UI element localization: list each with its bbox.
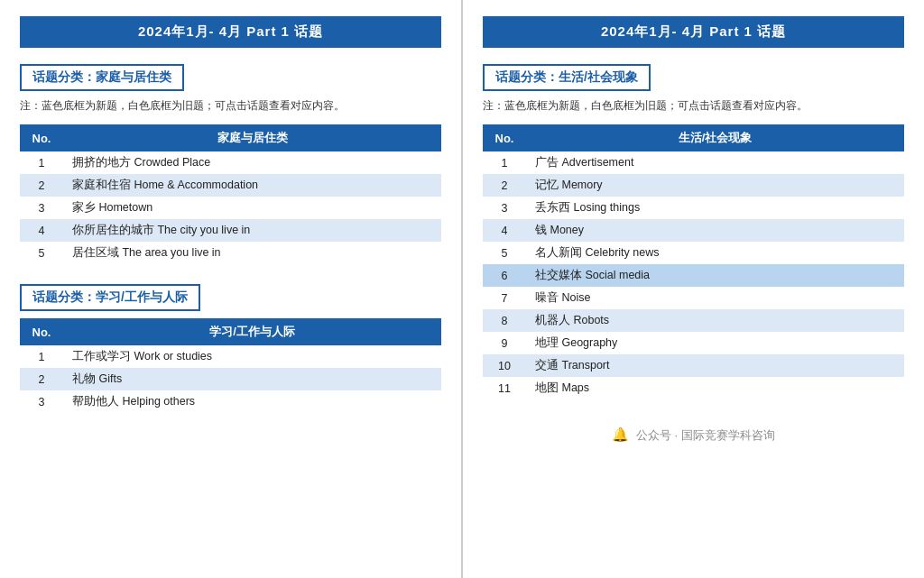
table-row[interactable]: 8机器人 Robots: [483, 309, 904, 332]
table-row[interactable]: 1工作或学习 Work or studies: [20, 345, 441, 368]
table-row[interactable]: 10交通 Transport: [483, 354, 904, 377]
table-row[interactable]: 5名人新闻 Celebrity news: [483, 242, 904, 264]
left-category1-label[interactable]: 话题分类：家庭与居住类: [20, 64, 184, 91]
row-topic[interactable]: 噪音 Noise: [526, 287, 904, 309]
right-table1-col-topic: 生活/社会现象: [526, 124, 904, 151]
left-table2-col-topic: 学习/工作与人际: [63, 318, 441, 345]
table-row[interactable]: 3家乡 Hometown: [20, 197, 441, 219]
table-row[interactable]: 11地图 Maps: [483, 377, 904, 399]
row-topic[interactable]: 机器人 Robots: [526, 309, 904, 332]
row-no: 8: [483, 309, 526, 332]
row-topic[interactable]: 社交媒体 Social media: [526, 264, 904, 287]
row-topic[interactable]: 钱 Money: [526, 219, 904, 242]
right-category1-table: No. 生活/社会现象 1广告 Advertisement2记忆 Memory3…: [483, 124, 904, 399]
right-main-title: 2024年1月- 4月 Part 1 话题: [483, 16, 904, 48]
table-row[interactable]: 1广告 Advertisement: [483, 151, 904, 174]
row-no: 3: [20, 197, 63, 219]
row-topic[interactable]: 记忆 Memory: [526, 174, 904, 197]
table-row[interactable]: 7噪音 Noise: [483, 287, 904, 309]
left-category1-table: No. 家庭与居住类 1拥挤的地方 Crowded Place2家庭和住宿 Ho…: [20, 124, 441, 264]
table-row[interactable]: 4你所居住的城市 The city you live in: [20, 219, 441, 242]
left-panel: 2024年1月- 4月 Part 1 话题 话题分类：家庭与居住类 注：蓝色底框…: [0, 0, 461, 578]
row-topic[interactable]: 广告 Advertisement: [526, 151, 904, 174]
table-row[interactable]: 3丢东西 Losing things: [483, 197, 904, 219]
wechat-icon: 🔔: [612, 427, 629, 442]
left-category2-label[interactable]: 话题分类：学习/工作与人际: [20, 284, 200, 311]
wechat-footer: 🔔 公众号 · 国际竞赛学科咨询: [483, 419, 904, 444]
row-no: 7: [483, 287, 526, 309]
right-category1: 话题分类：生活/社会现象 注：蓝色底框为新题，白色底框为旧题；可点击话题查看对应…: [483, 64, 904, 399]
table-row[interactable]: 6社交媒体 Social media: [483, 264, 904, 287]
row-topic[interactable]: 家乡 Hometown: [63, 197, 441, 219]
table-row[interactable]: 2家庭和住宿 Home & Accommodation: [20, 174, 441, 197]
row-topic[interactable]: 丢东西 Losing things: [526, 197, 904, 219]
row-topic[interactable]: 地图 Maps: [526, 377, 904, 399]
table-row[interactable]: 3帮助他人 Helping others: [20, 390, 441, 413]
page-container: 2024年1月- 4月 Part 1 话题 话题分类：家庭与居住类 注：蓝色底框…: [0, 0, 924, 578]
table-row[interactable]: 2礼物 Gifts: [20, 368, 441, 390]
row-topic[interactable]: 工作或学习 Work or studies: [63, 345, 441, 368]
row-no: 3: [483, 197, 526, 219]
left-table2-col-no: No.: [20, 318, 63, 345]
table-row[interactable]: 9地理 Geography: [483, 332, 904, 354]
left-table1-col-topic: 家庭与居住类: [63, 124, 441, 151]
table-row[interactable]: 4钱 Money: [483, 219, 904, 242]
left-main-title: 2024年1月- 4月 Part 1 话题: [20, 16, 441, 48]
right-table1-col-no: No.: [483, 124, 526, 151]
footer-text: 公众号 · 国际竞赛学科咨询: [636, 428, 775, 442]
row-topic[interactable]: 名人新闻 Celebrity news: [526, 242, 904, 264]
row-no: 3: [20, 390, 63, 413]
row-no: 2: [483, 174, 526, 197]
left-category1-note: 注：蓝色底框为新题，白色底框为旧题；可点击话题查看对应内容。: [20, 98, 441, 114]
row-no: 4: [483, 219, 526, 242]
row-topic[interactable]: 你所居住的城市 The city you live in: [63, 219, 441, 242]
row-no: 9: [483, 332, 526, 354]
row-no: 11: [483, 377, 526, 399]
table-row[interactable]: 5居住区域 The area you live in: [20, 242, 441, 264]
table-row[interactable]: 2记忆 Memory: [483, 174, 904, 197]
row-no: 6: [483, 264, 526, 287]
row-no: 5: [20, 242, 63, 264]
left-category2: 话题分类：学习/工作与人际 No. 学习/工作与人际 1工作或学习 Work o…: [20, 284, 441, 413]
left-category2-table: No. 学习/工作与人际 1工作或学习 Work or studies2礼物 G…: [20, 318, 441, 413]
row-no: 5: [483, 242, 526, 264]
row-topic[interactable]: 拥挤的地方 Crowded Place: [63, 151, 441, 174]
left-table1-col-no: No.: [20, 124, 63, 151]
right-panel: 2024年1月- 4月 Part 1 话题 话题分类：生活/社会现象 注：蓝色底…: [463, 0, 924, 578]
table-row[interactable]: 1拥挤的地方 Crowded Place: [20, 151, 441, 174]
row-no: 1: [20, 345, 63, 368]
row-no: 2: [20, 368, 63, 390]
row-topic[interactable]: 帮助他人 Helping others: [63, 390, 441, 413]
row-no: 1: [20, 151, 63, 174]
row-topic[interactable]: 礼物 Gifts: [63, 368, 441, 390]
row-no: 1: [483, 151, 526, 174]
left-category1: 话题分类：家庭与居住类 注：蓝色底框为新题，白色底框为旧题；可点击话题查看对应内…: [20, 64, 441, 264]
row-topic[interactable]: 交通 Transport: [526, 354, 904, 377]
row-topic[interactable]: 家庭和住宿 Home & Accommodation: [63, 174, 441, 197]
row-no: 2: [20, 174, 63, 197]
row-topic[interactable]: 居住区域 The area you live in: [63, 242, 441, 264]
row-no: 10: [483, 354, 526, 377]
row-topic[interactable]: 地理 Geography: [526, 332, 904, 354]
right-category1-note: 注：蓝色底框为新题，白色底框为旧题；可点击话题查看对应内容。: [483, 98, 904, 114]
row-no: 4: [20, 219, 63, 242]
right-category1-label[interactable]: 话题分类：生活/社会现象: [483, 64, 651, 91]
